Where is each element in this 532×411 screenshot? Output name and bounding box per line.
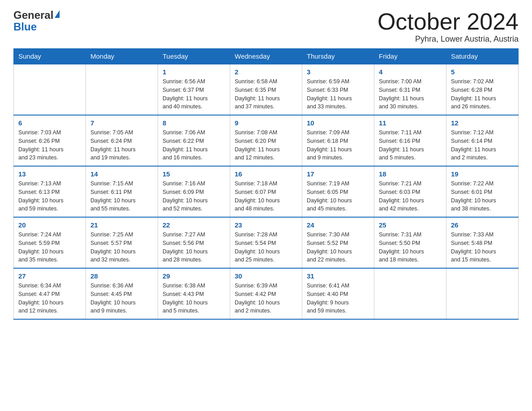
day-number: 19: [451, 170, 514, 178]
calendar-cell: 14Sunrise: 7:15 AM Sunset: 6:11 PM Dayli…: [86, 166, 158, 217]
col-header-sunday: Sunday: [14, 49, 86, 64]
day-number: 6: [18, 119, 81, 127]
col-header-wednesday: Wednesday: [230, 49, 302, 64]
calendar-cell: 24Sunrise: 7:30 AM Sunset: 5:52 PM Dayli…: [302, 217, 374, 268]
calendar-cell: 28Sunrise: 6:36 AM Sunset: 4:45 PM Dayli…: [86, 268, 158, 319]
calendar-table: SundayMondayTuesdayWednesdayThursdayFrid…: [13, 48, 519, 320]
day-number: 31: [307, 272, 369, 280]
day-info: Sunrise: 7:22 AM Sunset: 6:01 PM Dayligh…: [451, 180, 514, 213]
week-row-1: 1Sunrise: 6:56 AM Sunset: 6:37 PM Daylig…: [14, 64, 519, 115]
day-number: 14: [90, 170, 153, 178]
calendar-cell: 15Sunrise: 7:16 AM Sunset: 6:09 PM Dayli…: [158, 166, 230, 217]
day-info: Sunrise: 7:19 AM Sunset: 6:05 PM Dayligh…: [307, 180, 369, 213]
week-row-2: 6Sunrise: 7:03 AM Sunset: 6:26 PM Daylig…: [14, 115, 519, 166]
calendar-cell: 23Sunrise: 7:28 AM Sunset: 5:54 PM Dayli…: [230, 217, 302, 268]
calendar-cell: 5Sunrise: 7:02 AM Sunset: 6:28 PM Daylig…: [446, 64, 519, 115]
day-info: Sunrise: 6:58 AM Sunset: 6:35 PM Dayligh…: [235, 77, 297, 111]
day-number: 29: [163, 272, 225, 280]
calendar-cell: 19Sunrise: 7:22 AM Sunset: 6:01 PM Dayli…: [446, 166, 519, 217]
col-header-friday: Friday: [374, 49, 446, 64]
day-number: 21: [90, 221, 153, 229]
day-info: Sunrise: 6:34 AM Sunset: 4:47 PM Dayligh…: [18, 282, 81, 315]
day-number: 16: [235, 170, 297, 178]
calendar-cell: 18Sunrise: 7:21 AM Sunset: 6:03 PM Dayli…: [374, 166, 446, 217]
day-info: Sunrise: 7:15 AM Sunset: 6:11 PM Dayligh…: [90, 180, 153, 213]
day-number: 23: [235, 221, 297, 229]
day-info: Sunrise: 7:31 AM Sunset: 5:50 PM Dayligh…: [379, 231, 442, 264]
day-number: 5: [451, 68, 514, 76]
location: Pyhra, Lower Austria, Austria: [378, 34, 519, 44]
calendar-cell: 29Sunrise: 6:38 AM Sunset: 4:43 PM Dayli…: [158, 268, 230, 319]
day-info: Sunrise: 7:06 AM Sunset: 6:22 PM Dayligh…: [163, 128, 225, 162]
day-info: Sunrise: 7:02 AM Sunset: 6:28 PM Dayligh…: [451, 77, 514, 111]
calendar-cell: [86, 64, 158, 115]
calendar-cell: 9Sunrise: 7:08 AM Sunset: 6:20 PM Daylig…: [230, 115, 302, 166]
calendar-cell: 2Sunrise: 6:58 AM Sunset: 6:35 PM Daylig…: [230, 64, 302, 115]
calendar-cell: [14, 64, 86, 115]
calendar-header-row: SundayMondayTuesdayWednesdayThursdayFrid…: [14, 49, 519, 64]
calendar-cell: 27Sunrise: 6:34 AM Sunset: 4:47 PM Dayli…: [14, 268, 86, 319]
day-number: 25: [379, 221, 442, 229]
calendar-cell: 17Sunrise: 7:19 AM Sunset: 6:05 PM Dayli…: [302, 166, 374, 217]
day-info: Sunrise: 7:25 AM Sunset: 5:57 PM Dayligh…: [90, 231, 153, 264]
col-header-monday: Monday: [86, 49, 158, 64]
week-row-4: 20Sunrise: 7:24 AM Sunset: 5:59 PM Dayli…: [14, 217, 519, 268]
day-number: 3: [307, 68, 369, 76]
day-number: 1: [163, 68, 225, 76]
day-info: Sunrise: 7:11 AM Sunset: 6:16 PM Dayligh…: [379, 128, 442, 162]
day-number: 11: [379, 119, 442, 127]
calendar-cell: 21Sunrise: 7:25 AM Sunset: 5:57 PM Dayli…: [86, 217, 158, 268]
day-info: Sunrise: 6:56 AM Sunset: 6:37 PM Dayligh…: [163, 77, 225, 111]
day-number: 4: [379, 68, 442, 76]
calendar-cell: 6Sunrise: 7:03 AM Sunset: 6:26 PM Daylig…: [14, 115, 86, 166]
col-header-tuesday: Tuesday: [158, 49, 230, 64]
day-info: Sunrise: 6:59 AM Sunset: 6:33 PM Dayligh…: [307, 77, 369, 111]
calendar-cell: 30Sunrise: 6:39 AM Sunset: 4:42 PM Dayli…: [230, 268, 302, 319]
week-row-5: 27Sunrise: 6:34 AM Sunset: 4:47 PM Dayli…: [14, 268, 519, 319]
logo-triangle-icon: [55, 10, 60, 18]
calendar-cell: [374, 268, 446, 319]
day-number: 15: [163, 170, 225, 178]
day-number: 26: [451, 221, 514, 229]
calendar-cell: 22Sunrise: 7:27 AM Sunset: 5:56 PM Dayli…: [158, 217, 230, 268]
logo-blue-text: Blue: [13, 21, 37, 33]
calendar-cell: 16Sunrise: 7:18 AM Sunset: 6:07 PM Dayli…: [230, 166, 302, 217]
day-info: Sunrise: 7:12 AM Sunset: 6:14 PM Dayligh…: [451, 128, 514, 162]
day-number: 24: [307, 221, 369, 229]
col-header-saturday: Saturday: [446, 49, 519, 64]
day-number: 17: [307, 170, 369, 178]
logo[interactable]: General Blue: [13, 9, 60, 33]
calendar-cell: 12Sunrise: 7:12 AM Sunset: 6:14 PM Dayli…: [446, 115, 519, 166]
calendar-cell: 26Sunrise: 7:33 AM Sunset: 5:48 PM Dayli…: [446, 217, 519, 268]
day-info: Sunrise: 6:36 AM Sunset: 4:45 PM Dayligh…: [90, 282, 153, 315]
day-info: Sunrise: 7:30 AM Sunset: 5:52 PM Dayligh…: [307, 231, 369, 264]
day-info: Sunrise: 7:28 AM Sunset: 5:54 PM Dayligh…: [235, 231, 297, 264]
day-info: Sunrise: 7:27 AM Sunset: 5:56 PM Dayligh…: [163, 231, 225, 264]
day-number: 2: [235, 68, 297, 76]
calendar-cell: 8Sunrise: 7:06 AM Sunset: 6:22 PM Daylig…: [158, 115, 230, 166]
calendar-cell: 10Sunrise: 7:09 AM Sunset: 6:18 PM Dayli…: [302, 115, 374, 166]
day-info: Sunrise: 7:13 AM Sunset: 6:13 PM Dayligh…: [18, 180, 81, 213]
month-title: October 2024: [378, 9, 519, 34]
calendar-cell: 11Sunrise: 7:11 AM Sunset: 6:16 PM Dayli…: [374, 115, 446, 166]
day-number: 7: [90, 119, 153, 127]
day-number: 28: [90, 272, 153, 280]
day-info: Sunrise: 7:03 AM Sunset: 6:26 PM Dayligh…: [18, 128, 81, 162]
day-number: 10: [307, 119, 369, 127]
day-info: Sunrise: 7:18 AM Sunset: 6:07 PM Dayligh…: [235, 180, 297, 213]
week-row-3: 13Sunrise: 7:13 AM Sunset: 6:13 PM Dayli…: [14, 166, 519, 217]
calendar-cell: 25Sunrise: 7:31 AM Sunset: 5:50 PM Dayli…: [374, 217, 446, 268]
day-info: Sunrise: 7:05 AM Sunset: 6:24 PM Dayligh…: [90, 128, 153, 162]
day-info: Sunrise: 7:09 AM Sunset: 6:18 PM Dayligh…: [307, 128, 369, 162]
day-info: Sunrise: 7:24 AM Sunset: 5:59 PM Dayligh…: [18, 231, 81, 264]
calendar-cell: 31Sunrise: 6:41 AM Sunset: 4:40 PM Dayli…: [302, 268, 374, 319]
day-number: 30: [235, 272, 297, 280]
calendar-cell: 7Sunrise: 7:05 AM Sunset: 6:24 PM Daylig…: [86, 115, 158, 166]
calendar-cell: 1Sunrise: 6:56 AM Sunset: 6:37 PM Daylig…: [158, 64, 230, 115]
page-header: General Blue October 2024 Pyhra, Lower A…: [13, 9, 519, 44]
day-info: Sunrise: 7:33 AM Sunset: 5:48 PM Dayligh…: [451, 231, 514, 264]
calendar-cell: 13Sunrise: 7:13 AM Sunset: 6:13 PM Dayli…: [14, 166, 86, 217]
day-number: 9: [235, 119, 297, 127]
day-number: 12: [451, 119, 514, 127]
day-number: 8: [163, 119, 225, 127]
